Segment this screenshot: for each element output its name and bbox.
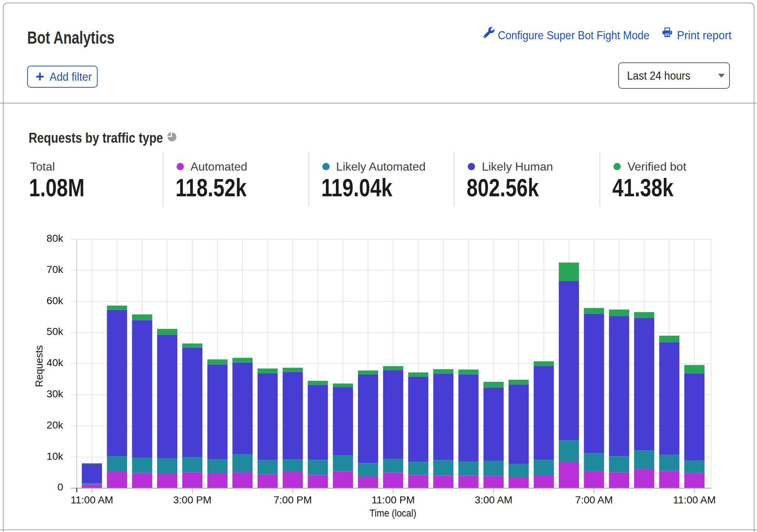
svg-text:3:00 PM: 3:00 PM bbox=[173, 494, 211, 506]
svg-text:11:00 AM: 11:00 AM bbox=[673, 494, 716, 506]
svg-text:10k: 10k bbox=[47, 451, 64, 462]
svg-text:80k: 80k bbox=[47, 233, 64, 244]
svg-text:60k: 60k bbox=[47, 295, 64, 306]
svg-text:3:00 AM: 3:00 AM bbox=[475, 494, 512, 506]
svg-text:11:00 PM: 11:00 PM bbox=[372, 494, 415, 506]
svg-text:40k: 40k bbox=[47, 357, 64, 368]
svg-text:Requests: Requests bbox=[33, 345, 45, 387]
svg-text:20k: 20k bbox=[47, 419, 64, 431]
svg-text:70k: 70k bbox=[47, 264, 64, 275]
svg-text:7:00 PM: 7:00 PM bbox=[274, 494, 312, 506]
svg-text:Time (local): Time (local) bbox=[370, 507, 416, 519]
svg-text:7:00 AM: 7:00 AM bbox=[575, 494, 613, 506]
svg-text:30k: 30k bbox=[47, 388, 64, 400]
svg-text:0: 0 bbox=[57, 481, 63, 493]
svg-text:11:00 AM: 11:00 AM bbox=[70, 494, 113, 506]
svg-text:50k: 50k bbox=[47, 326, 64, 337]
